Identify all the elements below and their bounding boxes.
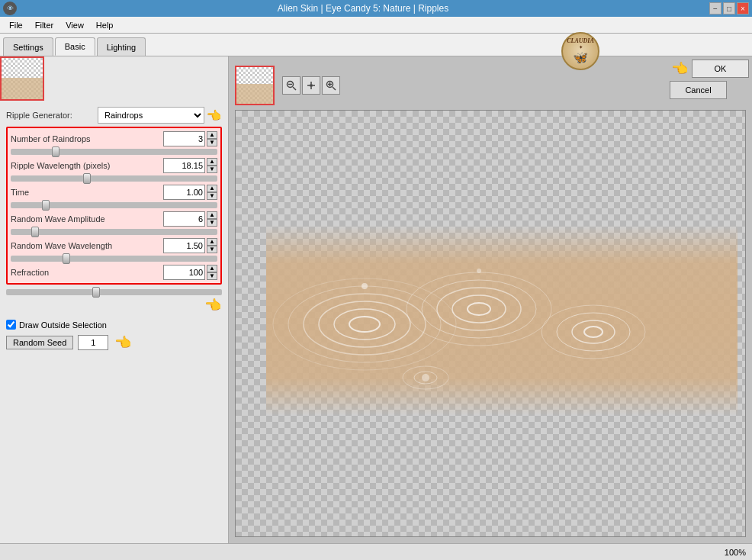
random-seed-row: Random Seed 👉 <box>6 334 222 351</box>
ripple-generator-label: Ripple Generator: <box>6 111 98 120</box>
maximize-button[interactable]: □ <box>723 2 735 14</box>
svg-point-15 <box>452 295 506 323</box>
left-panel: Ripple Generator: Raindrops Single Point… <box>0 56 229 543</box>
random-wave-amplitude-slider-thumb[interactable] <box>31 227 39 237</box>
svg-point-14 <box>468 303 490 315</box>
cancel-button[interactable]: Cancel <box>670 81 727 99</box>
svg-point-18 <box>407 272 551 346</box>
ripple-wavelength-slider-thumb[interactable] <box>83 173 91 184</box>
refraction-up[interactable]: ▲ <box>207 265 217 272</box>
num-raindrops-row: Number of Raindrops ▲ ▼ <box>11 131 217 146</box>
random-wave-amplitude-up[interactable]: ▲ <box>207 211 217 219</box>
tab-lighting[interactable]: Lighting <box>97 37 146 56</box>
num-raindrops-up[interactable]: ▲ <box>207 131 217 139</box>
ok-button[interactable]: OK <box>692 60 749 78</box>
random-wave-wavelength-label: Random Wave Wavelength <box>11 241 163 250</box>
svg-point-16 <box>437 288 521 330</box>
ripple-effect-band <box>266 225 738 416</box>
random-wave-amplitude-row: Random Wave Amplitude ▲ ▼ <box>11 211 217 227</box>
refraction-row: Refraction ▲ ▼ <box>11 265 217 280</box>
ripple-wavelength-input[interactable] <box>163 158 205 173</box>
hand-icon-seed: 👉 <box>115 334 132 351</box>
num-raindrops-down[interactable]: ▼ <box>207 139 217 146</box>
num-raindrops-input[interactable] <box>163 131 205 146</box>
hand-icon-ripple: 👉 <box>207 108 222 123</box>
app-logo: CLAUDIA ✦ 🦋 <box>561 32 599 70</box>
draw-outside-label: Draw Outside Selection <box>19 320 107 330</box>
time-slider-thumb[interactable] <box>42 200 50 211</box>
svg-point-24 <box>477 269 481 273</box>
ripple-generator-row: Ripple Generator: Raindrops Single Point… <box>6 107 222 124</box>
canvas-thumbnail <box>235 66 275 105</box>
ripple-wavelength-row: Ripple Wavelength (pixels) ▲ ▼ <box>11 158 217 173</box>
random-seed-button[interactable]: Random Seed <box>6 336 73 349</box>
canvas-preview <box>235 110 746 537</box>
refraction-input[interactable] <box>163 265 205 280</box>
svg-point-3 <box>310 84 313 87</box>
ripple-wavelength-label: Ripple Wavelength (pixels) <box>11 161 163 170</box>
svg-point-12 <box>288 286 441 362</box>
close-button[interactable]: × <box>737 2 749 14</box>
menu-bar: File Filter View Help <box>0 17 752 34</box>
svg-line-5 <box>333 87 336 90</box>
app-icon: 👁 <box>3 2 17 15</box>
svg-point-23 <box>362 283 368 289</box>
action-buttons: 👉 OK Cancel <box>667 56 752 102</box>
svg-point-20 <box>572 320 615 343</box>
random-wave-wavelength-up[interactable]: ▲ <box>207 238 217 246</box>
window-title: Alien Skin | Eye Candy 5: Nature | Rippl… <box>17 3 709 14</box>
time-up[interactable]: ▲ <box>207 185 217 192</box>
hand-icon-refraction: 👉 <box>205 297 222 314</box>
tab-basic[interactable]: Basic <box>55 37 95 56</box>
time-row: Time ▲ ▼ <box>11 185 217 200</box>
refraction-down[interactable]: ▼ <box>207 272 217 280</box>
svg-point-19 <box>584 327 603 337</box>
preview-thumbnail <box>0 56 44 101</box>
svg-point-8 <box>349 317 380 332</box>
seed-input[interactable] <box>78 335 108 350</box>
svg-point-17 <box>422 280 536 338</box>
numeric-inputs-group: Number of Raindrops ▲ ▼ Ripple Wavelengt… <box>6 127 222 285</box>
random-wave-amplitude-input[interactable] <box>163 211 205 227</box>
random-wave-amplitude-down[interactable]: ▼ <box>207 219 217 227</box>
random-wave-wavelength-input[interactable] <box>163 238 205 253</box>
time-label: Time <box>11 188 163 197</box>
zoom-level: 100% <box>725 548 746 557</box>
svg-point-10 <box>319 301 410 347</box>
minimize-button[interactable]: − <box>709 2 721 14</box>
random-wave-wavelength-down[interactable]: ▼ <box>207 246 217 253</box>
right-panel: 👉 OK Cancel <box>229 56 752 543</box>
random-wave-wavelength-slider-thumb[interactable] <box>63 253 70 264</box>
tab-settings[interactable]: Settings <box>3 37 53 56</box>
svg-point-21 <box>557 313 630 351</box>
zoom-tool-button[interactable] <box>282 76 300 95</box>
menu-file[interactable]: File <box>3 19 29 31</box>
refraction-slider-thumb[interactable] <box>92 287 100 298</box>
svg-line-1 <box>293 87 296 90</box>
num-raindrops-slider-thumb[interactable] <box>52 146 59 157</box>
title-bar: 👁 Alien Skin | Eye Candy 5: Nature | Rip… <box>0 0 752 17</box>
menu-filter[interactable]: Filter <box>29 19 59 31</box>
ripple-wavelength-up[interactable]: ▲ <box>207 158 217 166</box>
random-wave-amplitude-label: Random Wave Amplitude <box>11 214 163 224</box>
tab-bar: Settings Basic Lighting CLAUDIA ✦ 🦋 <box>0 34 752 56</box>
ripples-svg <box>266 225 738 416</box>
svg-point-13 <box>273 278 456 370</box>
status-bar: 100% <box>0 543 752 560</box>
ripple-wavelength-down[interactable]: ▼ <box>207 166 217 173</box>
draw-outside-checkbox[interactable] <box>6 320 16 330</box>
refraction-label: Refraction <box>11 268 163 277</box>
hand-icon-ok: 👉 <box>672 60 689 77</box>
svg-point-25 <box>422 374 429 381</box>
pan-tool-button[interactable] <box>302 76 320 95</box>
num-raindrops-label: Number of Raindrops <box>11 134 163 143</box>
time-down[interactable]: ▼ <box>207 192 217 200</box>
draw-outside-row: Draw Outside Selection <box>6 320 222 330</box>
menu-view[interactable]: View <box>59 19 90 31</box>
svg-point-9 <box>334 309 395 340</box>
menu-help[interactable]: Help <box>90 19 120 31</box>
ripple-generator-dropdown[interactable]: Raindrops Single Point Multiple Points <box>98 107 204 124</box>
magnify-tool-button[interactable] <box>322 76 340 95</box>
random-wave-wavelength-row: Random Wave Wavelength ▲ ▼ <box>11 238 217 253</box>
time-input[interactable] <box>163 185 205 200</box>
